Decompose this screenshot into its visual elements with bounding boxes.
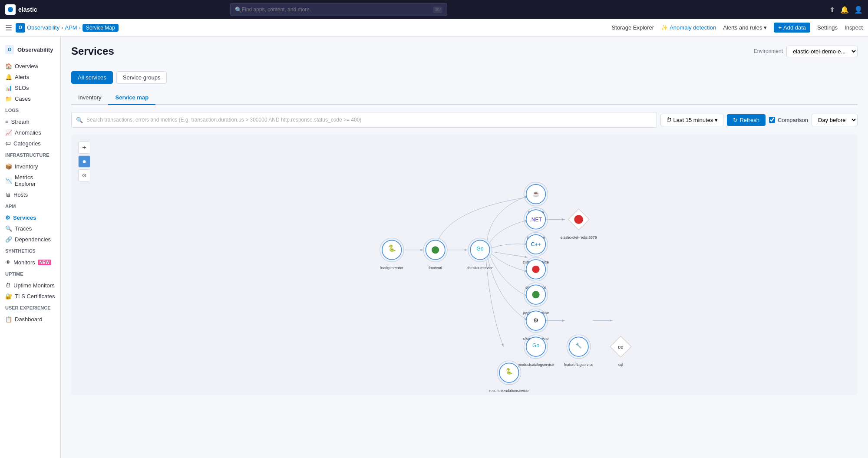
service-map-svg: 🐍 loadgenerator frontend Go checkoutserv… <box>71 135 858 395</box>
hosts-icon: 🖥 <box>5 191 11 198</box>
stream-icon: ≡ <box>5 119 9 125</box>
breadcrumb-current: Service Map <box>83 24 119 32</box>
infra-section: Infrastructure <box>0 149 60 161</box>
svg-text:Go: Go <box>532 343 539 349</box>
node-featureflagservice[interactable]: 🔧 featureflagservice <box>564 335 594 367</box>
node-redis[interactable]: elastic-otel-redis:6379 <box>561 209 597 240</box>
svg-text:DB: DB <box>618 345 624 349</box>
search-icon: 🔍 <box>235 7 242 13</box>
user-icon[interactable]: 👤 <box>854 6 863 14</box>
global-search[interactable]: 🔍 ⌘/ <box>230 3 447 16</box>
svg-text:.NET: .NET <box>530 217 542 223</box>
svg-text:☕: ☕ <box>532 190 540 198</box>
environment-selector: Environment elastic-otel-demo-e... <box>754 46 858 57</box>
node-frontend[interactable]: frontend <box>423 238 447 270</box>
sidebar-item-monitors[interactable]: 👁 Monitors NEW <box>0 257 60 268</box>
svg-point-0 <box>8 7 13 12</box>
zoom-in-button[interactable]: + <box>78 142 90 154</box>
alerts-icon: 🔔 <box>5 74 12 80</box>
sidebar-item-dashboard[interactable]: 📋 Dashboard <box>0 314 60 325</box>
sidebar-item-cases[interactable]: 📁 Cases <box>0 93 60 104</box>
node-sql[interactable]: DB sql <box>610 336 631 367</box>
sidebar-item-hosts[interactable]: 🖥 Hosts <box>0 189 60 200</box>
inventory-icon: 📦 <box>5 163 12 170</box>
anomaly-detection-link[interactable]: ✨ Anomaly detection <box>661 24 716 31</box>
elastic-icon <box>5 4 16 15</box>
sidebar-item-stream[interactable]: ≡ Stream <box>0 116 60 127</box>
reset-view-button[interactable]: ⊙ <box>78 169 90 181</box>
tab-all-services[interactable]: All services <box>71 71 113 84</box>
sidebar-item-anomalies[interactable]: 📈 Anomalies <box>0 127 60 138</box>
sidebar-item-slos[interactable]: 📊 SLOs <box>0 82 60 93</box>
sidebar-item-inventory[interactable]: 📦 Inventory <box>0 161 60 172</box>
sub-tab-service-map[interactable]: Service map <box>108 91 155 105</box>
search-placeholder-text: Search transactions, errors and metrics … <box>86 117 361 123</box>
breadcrumb-observability[interactable]: Observability <box>27 24 59 31</box>
sidebar-item-metrics-explorer[interactable]: 📉 Metrics Explorer <box>0 172 60 189</box>
comparison-checkbox[interactable] <box>769 117 775 123</box>
dashboard-icon: 📋 <box>5 316 12 323</box>
svg-point-23 <box>574 215 583 224</box>
logs-section-title: Logs <box>5 108 55 113</box>
sparkle-icon: ✨ <box>661 24 668 31</box>
apm-section: APM <box>0 200 60 212</box>
nav-right: Storage Explorer ✨ Anomaly detection Ale… <box>612 23 863 33</box>
categories-icon: 🏷 <box>5 140 11 147</box>
env-label: Environment <box>754 48 783 54</box>
refresh-icon: ↻ <box>733 117 738 123</box>
search-shortcut: ⌘/ <box>433 7 442 13</box>
sidebar-item-traces[interactable]: 🔍 Traces <box>0 223 60 234</box>
map-controls: + ● ⊙ <box>78 142 90 181</box>
sub-tab-inventory[interactable]: Inventory <box>71 91 108 105</box>
breadcrumb-sep-2: › <box>79 24 81 31</box>
elastic-logo[interactable]: elastic <box>5 4 37 15</box>
search-input[interactable] <box>242 7 433 13</box>
menu-icon[interactable]: ☰ <box>5 23 12 33</box>
service-map: + ● ⊙ <box>71 135 858 395</box>
comparison-toggle[interactable]: Comparison <box>769 117 808 123</box>
sidebar-item-uptime-monitors[interactable]: ⏱ Uptime Monitors <box>0 280 60 291</box>
edge-checkout-cartservice <box>488 220 528 244</box>
sidebar-item-dependencies[interactable]: 🔗 Dependencies <box>0 234 60 245</box>
inspect-link[interactable]: Inspect <box>845 24 863 31</box>
search-filter[interactable]: 🔍 Search transactions, errors and metric… <box>71 112 657 128</box>
edge-checkout-adservice <box>487 196 528 242</box>
edge-checkout-currency <box>491 244 528 248</box>
svg-text:checkoutservice: checkoutservice <box>467 266 494 270</box>
edge-checkout-shipping <box>490 256 528 297</box>
svg-text:sql: sql <box>618 362 623 367</box>
edge-checkout-email <box>492 252 528 257</box>
breadcrumb-apm[interactable]: APM <box>65 24 77 31</box>
top-bar-actions: ⬆ 🔔 👤 <box>829 6 863 14</box>
new-badge: NEW <box>38 260 51 265</box>
monitors-icon: 👁 <box>5 259 11 266</box>
sidebar-item-overview[interactable]: 🏠 Overview <box>0 61 60 72</box>
edge-checkout-product <box>488 257 528 321</box>
sidebar-item-tls[interactable]: 🔐 TLS Certificates <box>0 291 60 302</box>
apm-section-title: APM <box>5 204 55 209</box>
sidebar-item-categories[interactable]: 🏷 Categories <box>0 138 60 149</box>
sidebar-item-services[interactable]: ⚙ Services <box>0 212 60 223</box>
alerts-rules-link[interactable]: Alerts and rules ▾ <box>723 24 767 31</box>
storage-explorer-link[interactable]: Storage Explorer <box>612 24 654 31</box>
zoom-out-button[interactable]: ● <box>78 155 90 168</box>
day-before-select[interactable]: Day before <box>812 114 858 126</box>
env-dropdown[interactable]: elastic-otel-demo-e... <box>786 46 858 57</box>
logs-section: Logs <box>0 104 60 116</box>
svg-text:C++: C++ <box>531 241 541 247</box>
tab-service-groups[interactable]: Service groups <box>116 71 167 84</box>
add-data-button[interactable]: + Add data <box>774 23 810 33</box>
settings-link[interactable]: Settings <box>817 24 838 31</box>
node-loadgenerator[interactable]: 🐍 loadgenerator <box>380 238 404 270</box>
toolbar: 🔍 Search transactions, errors and metric… <box>71 112 858 128</box>
sidebar-item-alerts[interactable]: 🔔 Alerts <box>0 72 60 82</box>
svg-point-35 <box>532 291 540 298</box>
nav-bar: ☰ O Observability › APM › Service Map St… <box>0 19 868 36</box>
bell-icon[interactable]: 🔔 <box>840 6 849 14</box>
share-icon[interactable]: ⬆ <box>829 6 835 14</box>
refresh-button[interactable]: ↻ Refresh <box>727 114 766 126</box>
uptime-icon: ⏱ <box>5 282 11 289</box>
svg-point-31 <box>532 266 540 273</box>
time-picker[interactable]: ⏱ Last 15 minutes ▾ <box>660 114 724 126</box>
uptime-section: Uptime <box>0 268 60 280</box>
